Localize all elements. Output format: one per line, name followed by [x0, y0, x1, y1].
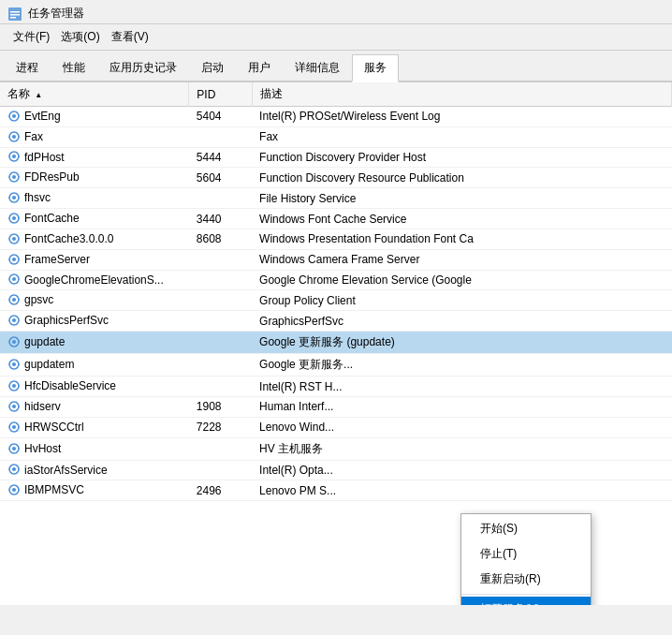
table-row[interactable]: GraphicsPerfSvcGraphicsPerfSvc	[0, 311, 672, 332]
tab-details[interactable]: 详细信息	[283, 54, 352, 81]
svg-line-122	[11, 402, 12, 403]
svg-line-136	[11, 451, 12, 452]
col-header-name[interactable]: 名称 ▲	[0, 82, 189, 107]
tab-startup[interactable]: 启动	[189, 54, 236, 81]
tab-services[interactable]: 服务	[352, 54, 399, 82]
service-desc-cell: Intel(R) Opta...	[252, 460, 671, 480]
service-pid-cell: 7228	[189, 417, 252, 437]
ctx-start[interactable]: 开始(S)	[461, 516, 591, 541]
svg-line-131	[16, 422, 17, 423]
svg-point-21	[12, 155, 16, 158]
table-row[interactable]: HfcDisableServiceIntel(R) RST H...	[0, 377, 672, 397]
table-row[interactable]: HvHostHV 主机服务	[0, 437, 672, 460]
table-row[interactable]: GoogleChromeElevationS...Google Chrome E…	[0, 270, 672, 290]
svg-point-149	[12, 488, 16, 492]
svg-line-146	[11, 465, 12, 466]
table-row[interactable]: FontCache3440Windows Font Cache Service	[0, 209, 672, 229]
service-pid-cell	[189, 311, 252, 332]
ctx-stop[interactable]: 停止(T)	[461, 541, 591, 567]
service-desc-cell: GraphicsPerfSvc	[252, 311, 671, 332]
table-row[interactable]: gupdateGoogle 更新服务 (gupdate)	[0, 332, 672, 354]
svg-line-147	[16, 465, 17, 466]
svg-line-91	[16, 316, 17, 317]
svg-point-61	[12, 258, 16, 261]
svg-line-31	[16, 181, 17, 182]
service-desc-cell: HV 主机服务	[252, 437, 671, 460]
service-pid-cell	[189, 460, 252, 480]
service-name-cell: fdPHost	[0, 147, 189, 168]
table-row[interactable]: gpsvcGroup Policy Client	[0, 290, 672, 311]
svg-line-103	[16, 368, 17, 369]
service-name-cell: HvHost	[0, 437, 189, 460]
service-name-cell: gupdatem	[0, 354, 189, 377]
table-row[interactable]: hidserv1908Human Interf...	[0, 396, 672, 417]
menu-options[interactable]: 选项(O)	[55, 27, 105, 47]
service-name-cell: HRWSCCtrl	[0, 417, 189, 437]
col-header-desc[interactable]: 描述	[252, 82, 671, 107]
table-row[interactable]: fhsvcFile History Service	[0, 188, 672, 209]
svg-line-10	[11, 111, 12, 112]
service-desc-cell: Google 更新服务 (gupdate)	[252, 332, 671, 354]
svg-line-66	[11, 255, 12, 256]
ctx-open-services[interactable]: 打开服务(V)	[461, 597, 591, 605]
tab-performance[interactable]: 性能	[51, 54, 97, 81]
service-icon	[7, 130, 21, 143]
table-row[interactable]: FontCache3.0.0.08608Windows Presentation…	[0, 229, 672, 249]
service-pid-cell	[189, 188, 252, 209]
svg-line-55	[16, 243, 17, 244]
services-table: 名称 ▲ PID 描述 EvtEng5404Intel(R) PROSet/Wi…	[0, 82, 672, 501]
table-row[interactable]: EvtEng5404Intel(R) PROSet/Wireless Event…	[0, 107, 672, 127]
table-row[interactable]: IBMPMSVC2496Lenovo PM S...	[0, 480, 672, 501]
service-icon	[7, 253, 21, 266]
svg-rect-3	[10, 17, 16, 19]
table-row[interactable]: gupdatemGoogle 更新服务...	[0, 354, 672, 377]
tab-users[interactable]: 用户	[236, 54, 283, 81]
service-pid-cell: 5444	[189, 147, 252, 168]
service-pid-cell	[189, 377, 252, 397]
service-icon	[7, 314, 21, 327]
service-name-cell: IBMPMSVC	[0, 480, 189, 501]
service-icon	[7, 273, 21, 286]
ctx-restart[interactable]: 重新启动(R)	[461, 567, 591, 592]
menu-file[interactable]: 文件(F)	[7, 27, 55, 47]
svg-line-7	[16, 120, 17, 121]
tab-processes[interactable]: 进程	[4, 54, 51, 81]
svg-line-79	[16, 303, 17, 304]
svg-line-71	[16, 283, 17, 284]
service-desc-cell: Google Chrome Elevation Service (Google	[252, 270, 671, 290]
svg-point-93	[12, 340, 16, 344]
service-icon	[7, 212, 21, 225]
svg-line-82	[11, 295, 12, 296]
service-name-cell: iaStorAfsService	[0, 460, 189, 480]
menu-bar: 文件(F) 选项(O) 查看(V)	[0, 24, 672, 51]
svg-line-135	[16, 451, 17, 452]
table-row[interactable]: HRWSCCtrl7228Lenovo Wind...	[0, 417, 672, 437]
service-pid-cell	[189, 437, 252, 460]
svg-line-56	[11, 243, 12, 244]
col-header-pid[interactable]: PID	[189, 82, 252, 107]
tab-app-history[interactable]: 应用历史记录	[97, 54, 189, 81]
service-name-cell: FDResPub	[0, 168, 189, 188]
service-pid-cell	[189, 249, 252, 270]
table-row[interactable]: fdPHost5444Function Discovery Provider H…	[0, 147, 672, 168]
service-icon	[7, 379, 21, 392]
window-title: 任务管理器	[28, 6, 84, 22]
svg-point-109	[12, 384, 16, 388]
table-row[interactable]: FrameServerWindows Camera Frame Server	[0, 249, 672, 270]
svg-line-106	[11, 360, 12, 361]
title-bar: 任务管理器	[0, 0, 672, 24]
svg-line-90	[11, 316, 12, 317]
menu-view[interactable]: 查看(V)	[106, 27, 154, 47]
svg-line-104	[11, 368, 12, 369]
table-row[interactable]: FDResPub5604Function Discovery Resource …	[0, 168, 672, 188]
svg-line-119	[16, 410, 17, 411]
table-row[interactable]: iaStorAfsServiceIntel(R) Opta...	[0, 460, 672, 480]
svg-point-5	[12, 114, 16, 118]
table-row[interactable]: FaxFax	[0, 126, 672, 147]
service-pid-cell	[189, 270, 252, 290]
svg-line-8	[11, 120, 12, 121]
service-name-cell: FrameServer	[0, 249, 189, 270]
svg-line-64	[11, 263, 12, 264]
service-icon	[7, 483, 21, 496]
service-icon	[7, 150, 21, 163]
